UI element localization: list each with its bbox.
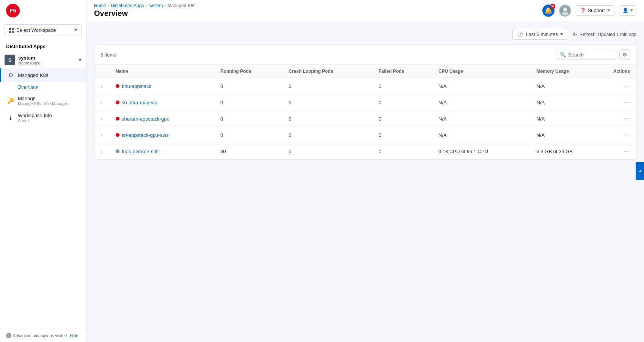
row-failed-pods: 0 (372, 78, 432, 94)
user-button[interactable]: 👤 (619, 5, 636, 16)
row-memory-usage: N/A (531, 78, 607, 94)
f5-logo: F5 (6, 4, 20, 17)
row-expand-cell: › (94, 94, 110, 111)
search-box[interactable]: 🔍 (556, 50, 616, 60)
row-memory-usage: N/A (531, 111, 607, 127)
workspace-info-sublabel: About (18, 118, 82, 123)
col-actions: Actions (607, 65, 636, 78)
row-expand-icon[interactable]: › (101, 84, 104, 89)
clock-icon: 🕐 (517, 31, 523, 37)
breadcrumb-sep-3: › (164, 3, 166, 8)
sidebar-item-workspace-info[interactable]: ℹ Workspace Info About (0, 109, 86, 126)
time-range-label: Last 5 minutes (526, 31, 558, 37)
content-area: 🕐 Last 5 minutes ↻ Refresh: Updated 1 mi… (86, 21, 644, 342)
col-expand (94, 65, 110, 78)
row-name-link[interactable]: f5os-demo-2-site (122, 149, 159, 154)
advanced-nav-text: Advanced nav options visible (13, 333, 67, 338)
managed-k8s-label: Managed K8s (18, 72, 48, 78)
row-name-link[interactable]: bhu-appstack (122, 83, 151, 89)
workspace-info-label: Workspace Info (18, 113, 82, 118)
row-expand-icon[interactable]: › (101, 149, 104, 154)
workspace-selector[interactable]: Select Workspace (5, 24, 82, 36)
table-settings-button[interactable]: ⚙ (619, 49, 630, 60)
grid-icon (9, 28, 14, 33)
search-icon: 🔍 (560, 52, 566, 58)
main-area: Home › Distributed Apps › system › Manag… (86, 0, 644, 342)
search-input[interactable] (568, 52, 612, 58)
support-label: Support (587, 8, 605, 13)
col-cpu-usage: CPU Usage (432, 65, 531, 78)
avatar-button[interactable] (559, 5, 571, 17)
header-left: Home › Distributed Apps › system › Manag… (94, 3, 195, 18)
breadcrumb-system[interactable]: system (148, 3, 163, 8)
row-actions-button[interactable]: ··· (624, 148, 630, 154)
row-actions-button[interactable]: ··· (624, 115, 630, 122)
row-failed-pods: 0 (372, 143, 432, 160)
support-button[interactable]: ❓ Support (576, 5, 614, 16)
row-expand-cell: › (94, 111, 110, 127)
row-actions-cell: ··· (607, 127, 636, 143)
managed-k8s-icon: ⚙ (7, 72, 14, 78)
row-cpu-usage: N/A (432, 94, 531, 111)
row-name-cell: bhu-appstack (110, 78, 214, 94)
logo-text: F5 (10, 8, 16, 14)
table-controls: 🔍 ⚙ (556, 49, 630, 60)
row-cpu-usage: N/A (432, 78, 531, 94)
support-chevron-icon (607, 9, 610, 11)
row-expand-icon[interactable]: › (101, 116, 104, 122)
row-expand-cell: › (94, 127, 110, 143)
items-count: 5 items (101, 52, 116, 58)
row-name-link[interactable]: sharath-appstack-gpu (122, 116, 170, 122)
row-actions-cell: ··· (607, 78, 636, 94)
manage-sublabel: Manage K8s, Site Manage... (18, 101, 82, 106)
controls-bar: 🕐 Last 5 minutes ↻ Refresh: Updated 1 mi… (94, 29, 636, 40)
row-name-cell: f5os-demo-2-site (110, 143, 214, 160)
row-failed-pods: 0 (372, 94, 432, 111)
user-icon: 👤 (622, 8, 628, 13)
notification-button[interactable]: 🔔 9+ (542, 5, 554, 17)
sidebar-item-manage[interactable]: 🔑 Manage Manage K8s, Site Manage... (0, 92, 86, 109)
manage-label: Manage (18, 96, 82, 101)
breadcrumb-sep-2: › (145, 3, 147, 8)
namespace-row[interactable]: S system Namespace (0, 52, 86, 68)
namespace-name: system (18, 55, 75, 61)
table-header-row: Name Running Pods Crash Looping Pods Fai… (94, 65, 636, 78)
row-memory-usage: N/A (531, 94, 607, 111)
row-name-cell: sharath-appstack-gpu (110, 111, 214, 127)
header: Home › Distributed Apps › system › Manag… (86, 0, 644, 21)
row-actions-cell: ··· (607, 94, 636, 111)
table-row: › f5os-demo-2-site 40 0 0 0.13 CPU of 66… (94, 143, 636, 160)
sidebar-item-managed-k8s[interactable]: ⚙ Managed K8s (0, 68, 86, 82)
row-actions-button[interactable]: ··· (624, 99, 630, 105)
row-memory-usage: 6.3 GB of 36 GB (531, 143, 607, 160)
row-running-pods: 40 (214, 143, 283, 160)
row-actions-button[interactable]: ··· (624, 132, 630, 138)
header-right: 🔔 9+ ❓ Support 👤 (542, 5, 636, 17)
sidebar-bottom: i Advanced nav options visible Hide (0, 329, 86, 342)
workspace-label: Select Workspace (16, 27, 56, 33)
row-cpu-usage: 0.13 CPU of 66.1 CPU (432, 143, 531, 160)
row-expand-icon[interactable]: › (101, 100, 104, 105)
breadcrumb-home[interactable]: Home (94, 3, 106, 8)
namespace-chevron-icon (79, 59, 82, 61)
row-name-link[interactable]: sri-appstack-gpu-aws (122, 132, 169, 138)
refresh-info: ↻ Refresh: Updated 1 min ago (573, 31, 636, 38)
row-expand-icon[interactable]: › (101, 133, 104, 138)
avatar-image (560, 5, 570, 16)
table-card: 5 items 🔍 ⚙ Name Running Pods Crash Loop (94, 44, 636, 160)
svg-point-2 (562, 12, 568, 16)
manage-icon: 🔑 (7, 97, 14, 104)
sidebar-subitem-overview[interactable]: Overview (0, 82, 86, 92)
breadcrumb-sep-1: › (108, 3, 109, 8)
table-row: › sri-appstack-gpu-aws 0 0 0 N/A N/A ··· (94, 127, 636, 143)
status-dot (116, 100, 119, 104)
row-actions-button[interactable]: ··· (624, 83, 630, 89)
breadcrumb-distributed-apps[interactable]: Distributed Apps (111, 3, 144, 8)
row-name-link[interactable]: sb-infra-may-stg (122, 100, 157, 105)
table-row: › sb-infra-may-stg 0 0 0 N/A N/A ··· (94, 94, 636, 111)
time-range-selector[interactable]: 🕐 Last 5 minutes (512, 29, 568, 40)
help-panel[interactable]: ? Help (636, 162, 644, 180)
row-actions-cell: ··· (607, 111, 636, 127)
namespace-avatar: S (5, 55, 15, 65)
hide-link[interactable]: Hide (70, 333, 79, 338)
